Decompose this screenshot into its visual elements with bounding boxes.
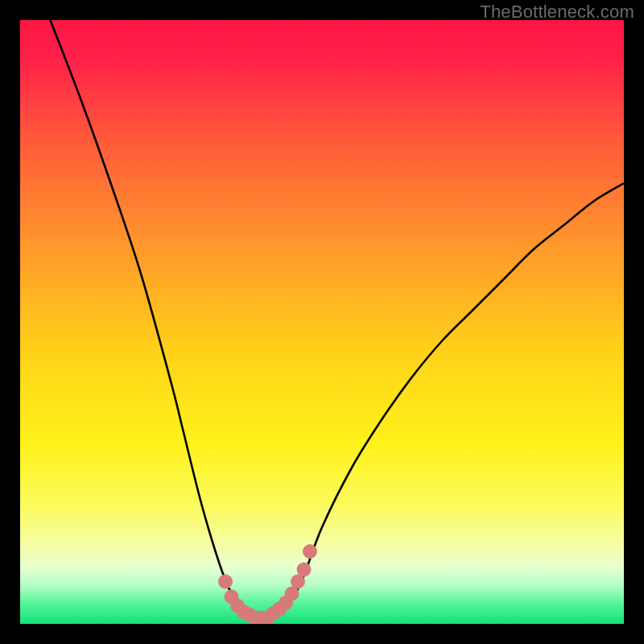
plot-area: [20, 20, 624, 624]
background-gradient: [20, 20, 624, 624]
chart-frame: TheBottleneck.com: [0, 0, 644, 644]
svg-rect-0: [20, 20, 624, 624]
